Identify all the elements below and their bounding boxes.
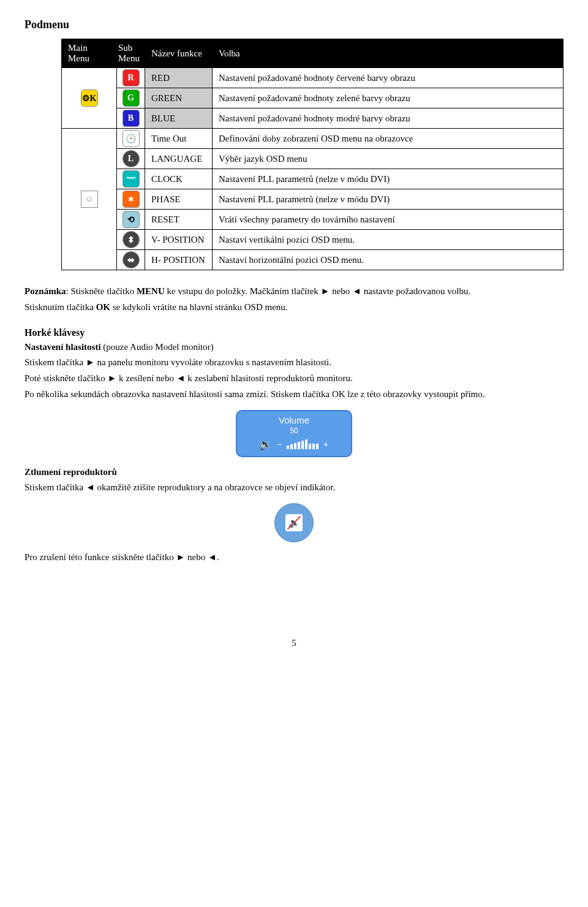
func-desc: Nastavení PLL parametrů (nelze v módu DV…	[213, 169, 564, 189]
table-row: 〰 CLOCK Nastavení PLL parametrů (nelze v…	[62, 169, 564, 189]
table-row: ⬍ V- POSITION Nastaví vertikální pozici …	[62, 230, 564, 250]
th-main-menu: Main Menu	[62, 39, 117, 68]
mute-indicator-icon: 🔈	[274, 503, 314, 542]
menu-bold: MENU	[137, 286, 165, 296]
red-icon: R	[123, 69, 140, 86]
table-row: G GREEN Nastavení požadované hodnoty zel…	[62, 88, 564, 108]
func-desc: Vrátí všechny parametry do továrního nas…	[213, 210, 564, 230]
language-icon: L	[123, 150, 140, 167]
mute-p1: Stiskem tlačítka ◄ okamžitě ztišíte repr…	[24, 481, 564, 495]
func-desc: Nastavení PLL parametrů (nelze v módu DV…	[213, 189, 564, 210]
mute-heading: Ztlumení reproduktorů	[24, 466, 564, 479]
table-row: ⚙K R RED Nastavení požadované hodnoty če…	[62, 68, 564, 88]
speaker-icon: 🔉	[258, 438, 272, 451]
func-desc: Nastavení požadované hodnoty červené bar…	[213, 68, 564, 88]
volume-rest: (pouze Audio Model monitor)	[101, 342, 214, 352]
func-label: Time Out	[145, 129, 213, 149]
page-number: 5	[24, 638, 564, 648]
page-heading-podmenu: Podmenu	[24, 18, 564, 31]
th-option: Volba	[213, 39, 564, 68]
minus-icon: −	[276, 439, 283, 449]
vposition-icon: ⬍	[123, 231, 140, 248]
func-label: V- POSITION	[145, 230, 213, 250]
note-prefix: Poznámka	[24, 286, 66, 296]
func-label: PHASE	[145, 189, 213, 210]
wave-icon: 〰	[123, 170, 140, 188]
func-label: RESET	[145, 210, 213, 230]
green-icon: G	[123, 89, 140, 107]
hotkeys-p1: Stiskem tlačítka ► na panelu monitoru vy…	[24, 356, 564, 370]
func-desc: Definování doby zobrazení OSD menu na ob…	[213, 129, 564, 149]
table-row: B BLUE Nastavení požadované hodnoty modr…	[62, 108, 564, 129]
hotkeys-p2: Poté stiskněte tlačítko ► k zesílení neb…	[24, 372, 564, 385]
note-paragraph-1: Poznámka: Stiskněte tlačítko MENU ke vst…	[24, 285, 564, 298]
clock-icon: 🕒	[123, 130, 140, 147]
hotkeys-heading: Horké klávesy	[24, 327, 564, 338]
volume-osd-widget: Volume 50 🔉 − +	[236, 410, 352, 457]
func-desc: Nastaví horizontální pozici OSD menu.	[213, 250, 564, 270]
volume-bold: Nastavení hlasitosti	[24, 342, 101, 352]
speaker-muted-icon: 🔈	[285, 514, 303, 531]
volume-bars-icon	[287, 439, 318, 449]
volume-subheading: Nastavení hlasitosti (pouze Audio Model …	[24, 341, 564, 354]
th-sub-menu: Sub Menu	[117, 39, 145, 68]
func-label: H- POSITION	[145, 250, 213, 270]
func-label: LANGUAGE	[145, 149, 213, 169]
func-desc: Nastavení požadované hodnoty zelené barv…	[213, 88, 564, 108]
table-row: ☺ 🕒 Time Out Definování doby zobrazení O…	[62, 129, 564, 149]
note-text: : Stiskněte tlačítko	[66, 286, 137, 296]
th-function-name: Název funkce	[145, 39, 213, 68]
table-row: L LANGUAGE Výběr jazyk OSD menu	[62, 149, 564, 169]
table-row: ✶ PHASE Nastavení PLL parametrů (nelze v…	[62, 189, 564, 210]
blue-icon: B	[123, 110, 140, 127]
func-desc: Nastaví vertikální pozici OSD menu.	[213, 230, 564, 250]
reset-icon: ⟲	[123, 211, 140, 228]
func-label: CLOCK	[145, 169, 213, 189]
color-menu-icon: ⚙K	[81, 89, 98, 107]
cancel-paragraph: Pro zrušení této funkce stiskněte tlačít…	[24, 551, 564, 564]
func-desc: Výběr jazyk OSD menu	[213, 149, 564, 169]
hposition-icon: ⬌	[123, 251, 140, 268]
note-text: Stisknutím tlačítka	[24, 302, 96, 312]
volume-title: Volume	[242, 415, 346, 425]
note-text: se kdykoli vrátíte na hlavní stránku OSD…	[110, 302, 288, 312]
volume-value: 50	[242, 427, 346, 435]
func-label: BLUE	[145, 108, 213, 129]
table-row: ⬌ H- POSITION Nastaví horizontální pozic…	[62, 250, 564, 270]
ok-bold: OK	[96, 302, 110, 312]
func-label: GREEN	[145, 88, 213, 108]
phase-icon: ✶	[123, 191, 140, 208]
note-paragraph-2: Stisknutím tlačítka OK se kdykoli vrátít…	[24, 301, 564, 314]
plus-icon: +	[322, 439, 330, 449]
func-label: RED	[145, 68, 213, 88]
volume-bar-row: 🔉 − +	[242, 438, 346, 451]
hotkeys-p3: Po několika sekundách obrazovka nastaven…	[24, 388, 564, 401]
table-row: ⟲ RESET Vrátí všechny parametry do továr…	[62, 210, 564, 230]
osd-menu-icon: ☺	[81, 191, 98, 208]
func-desc: Nastavení požadované hodnoty modré barvy…	[213, 108, 564, 129]
note-text: ke vstupu do položky. Mačkáním tlačítek …	[165, 286, 470, 296]
submenu-table: Main Menu Sub Menu Název funkce Volba ⚙K…	[61, 39, 564, 270]
